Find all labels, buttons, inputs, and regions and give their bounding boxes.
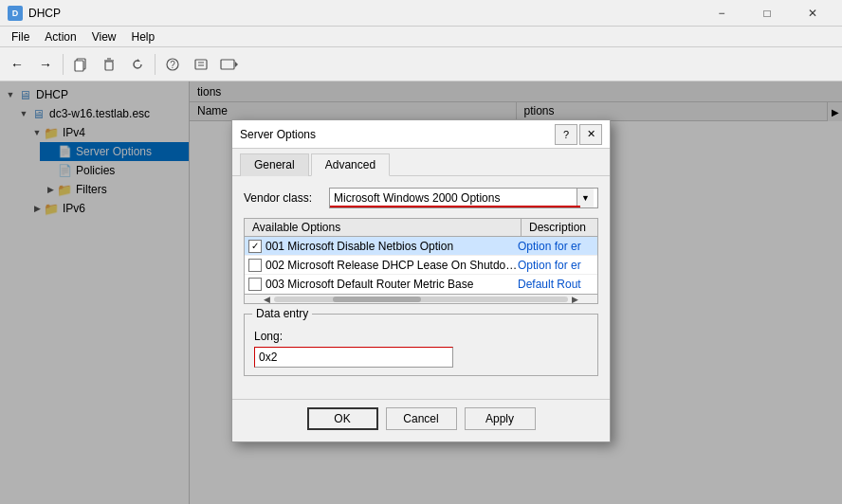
svg-rect-11: [221, 60, 234, 69]
refresh-button[interactable]: [124, 51, 151, 78]
option-label-001: 001 Microsoft Disable Netbios Option: [265, 240, 518, 253]
vendor-class-underline: [330, 206, 580, 207]
app-icon: D: [8, 6, 23, 21]
checkbox-002[interactable]: [248, 259, 262, 272]
vendor-class-arrow[interactable]: ▼: [577, 189, 594, 207]
dialog-help-button[interactable]: ?: [555, 124, 577, 145]
toolbar-separator-2: [155, 54, 156, 75]
help-button[interactable]: ?: [159, 51, 186, 78]
copy-button[interactable]: [67, 51, 94, 78]
dialog-title-bar: Server Options ? ✕: [232, 120, 610, 149]
dialog-close-button[interactable]: ✕: [579, 124, 602, 145]
window-close-button[interactable]: ✕: [791, 0, 834, 27]
toolbar: ← → ?: [0, 47, 842, 81]
ok-button[interactable]: OK: [307, 407, 378, 430]
data-entry-group: Data entry Long:: [244, 314, 598, 376]
options-table-body: ✓ 001 Microsoft Disable Netbios Option O…: [245, 237, 597, 294]
tab-advanced[interactable]: Advanced: [311, 153, 390, 176]
options-table-header: Available Options Description: [245, 219, 597, 237]
data-entry-legend: Data entry: [252, 307, 312, 320]
option-label-002: 002 Microsoft Release DHCP Lease On Shut…: [265, 259, 518, 272]
menu-file[interactable]: File: [4, 28, 37, 45]
server-options-dialog: Server Options ? ✕ General Advanced Vend…: [231, 119, 611, 442]
option-desc-002: Option for er: [518, 259, 594, 272]
dialog-footer: OK Cancel Apply: [232, 399, 610, 441]
svg-rect-8: [195, 60, 207, 69]
dialog-title-buttons: ? ✕: [555, 124, 602, 145]
wizard-button[interactable]: [216, 51, 243, 78]
available-options-table: Available Options Description ✓ 001 Micr…: [244, 218, 598, 304]
vendor-class-value: Microsoft Windows 2000 Options: [334, 191, 577, 205]
dialog-overlay: Server Options ? ✕ General Advanced Vend…: [0, 81, 842, 504]
svg-marker-12: [235, 62, 238, 67]
menu-action[interactable]: Action: [37, 28, 83, 45]
dialog-title: Server Options: [240, 128, 555, 141]
option-desc-003: Default Rout: [518, 278, 594, 291]
checkmark-001: ✓: [251, 241, 259, 251]
option-label-003: 003 Microsoft Default Router Metric Base: [265, 278, 518, 291]
option-desc-001: Option for er: [518, 240, 594, 253]
options-col-description: Description: [522, 219, 597, 236]
menu-help[interactable]: Help: [124, 28, 163, 45]
app-title: DHCP: [28, 7, 700, 20]
checkbox-003[interactable]: [248, 278, 262, 291]
options-scrollbar[interactable]: ◀ ▶: [245, 294, 597, 303]
window-controls: − □ ✕: [700, 0, 834, 27]
scrollbar-thumb[interactable]: [333, 297, 421, 302]
vendor-class-select[interactable]: Microsoft Windows 2000 Options ▼: [329, 188, 598, 208]
minimize-button[interactable]: −: [700, 0, 743, 27]
vendor-class-row: Vendor class: Microsoft Windows 2000 Opt…: [244, 188, 598, 208]
checkbox-001[interactable]: ✓: [248, 240, 262, 253]
vendor-class-label: Vendor class:: [244, 191, 329, 205]
scroll-right-arrow[interactable]: ▶: [568, 295, 582, 304]
maximize-button[interactable]: □: [745, 0, 789, 27]
toolbar-separator-1: [63, 54, 64, 75]
data-entry-label: Long:: [254, 330, 588, 343]
svg-rect-1: [75, 61, 83, 71]
dialog-body: Vendor class: Microsoft Windows 2000 Opt…: [232, 175, 610, 399]
scroll-left-arrow[interactable]: ◀: [260, 295, 274, 304]
menu-bar: File Action View Help: [0, 27, 842, 47]
table-row[interactable]: 003 Microsoft Default Router Metric Base…: [245, 275, 597, 294]
apply-button[interactable]: Apply: [465, 407, 536, 430]
tab-general[interactable]: General: [240, 153, 309, 176]
cancel-button[interactable]: Cancel: [386, 407, 457, 430]
back-button[interactable]: ←: [4, 51, 30, 78]
data-entry-input[interactable]: [254, 347, 453, 368]
svg-marker-5: [137, 59, 140, 62]
scrollbar-track[interactable]: [274, 297, 568, 302]
delete-button[interactable]: [96, 51, 122, 78]
svg-text:?: ?: [170, 60, 175, 70]
main-area: ▼ 🖥 DHCP ▼ 🖥 dc3-w16.testlab.esc ▼ 📁 IPv…: [0, 81, 842, 504]
options-col-available: Available Options: [245, 219, 522, 236]
forward-button[interactable]: →: [32, 51, 59, 78]
svg-rect-2: [105, 62, 113, 70]
data-entry-spacer: [254, 322, 588, 330]
title-bar: D DHCP − □ ✕: [0, 0, 842, 27]
menu-view[interactable]: View: [84, 28, 124, 45]
properties-button[interactable]: [188, 51, 214, 78]
table-row[interactable]: ✓ 001 Microsoft Disable Netbios Option O…: [245, 237, 597, 256]
table-row[interactable]: 002 Microsoft Release DHCP Lease On Shut…: [245, 256, 597, 275]
dialog-tabs: General Advanced: [232, 149, 610, 175]
